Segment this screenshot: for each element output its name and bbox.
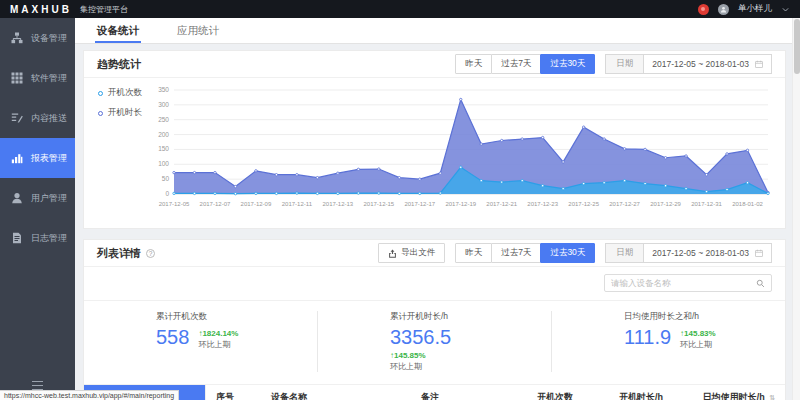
brand-subtitle: 集控管理平台 — [80, 4, 128, 15]
column-header-2: 备注 — [411, 391, 495, 400]
stat-note: 环比上期 — [390, 361, 426, 372]
stat-card-1: 累计开机时长/h3356.5↑145.85%环比上期 — [317, 311, 551, 372]
up-arrow-icon: ↑ — [680, 329, 684, 338]
stats-row: 累计开机次数558↑1824.14%环比上期累计开机时长/h3356.5↑145… — [84, 301, 785, 384]
svg-text:2018-01-02: 2018-01-02 — [732, 201, 763, 207]
column-header-3: 开机次数 — [495, 391, 583, 400]
svg-text:350: 350 — [158, 86, 169, 93]
stat-card-2: 日均使用时长之和/h111.9↑145.83%环比上期 — [551, 311, 785, 372]
trend-panel-title: 趋势统计 — [97, 57, 141, 72]
list-filter-2[interactable]: 过去30天 — [540, 243, 595, 263]
up-arrow-icon: ↑ — [198, 329, 202, 338]
svg-text:100: 100 — [158, 160, 169, 167]
stat-label: 累计开机次数 — [156, 311, 317, 323]
trend-filter-1[interactable]: 过去7天 — [491, 54, 541, 74]
sidebar-item-3[interactable]: 报表管理 — [0, 138, 75, 178]
trend-date-group: 日期 2017-12-05 ~ 2018-01-03 — [605, 54, 772, 74]
svg-text:2017-12-27: 2017-12-27 — [609, 201, 640, 207]
chevron-down-icon[interactable] — [781, 5, 790, 14]
software-icon — [11, 72, 23, 84]
sidebar-item-1[interactable]: 软件管理 — [0, 58, 75, 98]
sidebar: 设备管理软件管理内容推送报表管理用户管理日志管理 — [0, 18, 75, 400]
sidebar-item-label: 软件管理 — [31, 72, 67, 85]
trend-panel-header: 趋势统计 昨天过去7天过去30天 日期 2017-12-05 ~ 2018-01… — [84, 51, 785, 78]
svg-text:0: 0 — [165, 190, 169, 197]
svg-text:2017-12-29: 2017-12-29 — [650, 201, 681, 207]
logs-icon — [11, 232, 23, 244]
trend-filter-group: 昨天过去7天过去30天 — [455, 54, 595, 74]
export-button[interactable]: 导出文件 — [378, 243, 445, 263]
list-panel: 列表详情 ? 导出文件 昨天过去7天过去30天 日期 2017-12-05 ~ … — [83, 239, 786, 400]
table-area: 全部分组第二产业园 序号设备名称备注开机次数开机时长/h日均使用时长/h ⇅ 1… — [84, 384, 785, 400]
sidebar-item-2[interactable]: 内容推送 — [0, 98, 75, 138]
sort-icon[interactable]: ⇅ — [769, 394, 775, 400]
notification-badge-icon[interactable] — [698, 4, 709, 15]
device-table: 序号设备名称备注开机次数开机时长/h日均使用时长/h ⇅ 1明珠-218-285… — [206, 385, 785, 400]
devices-icon — [11, 32, 23, 44]
topbar-right: 单小样儿 — [698, 3, 790, 15]
stat-delta: ↑1824.14% — [198, 329, 238, 338]
status-url: https://mhcc-web.test.maxhub.vip/app/#/m… — [0, 390, 179, 400]
trend-date-range-input[interactable]: 2017-12-05 ~ 2018-01-03 — [644, 54, 772, 74]
column-header-4: 开机时长/h — [583, 391, 673, 400]
tab-1[interactable]: 应用统计 — [177, 18, 219, 43]
stat-value: 3356.5 — [390, 327, 451, 347]
column-header-5[interactable]: 日均使用时长/h ⇅ — [673, 391, 785, 400]
svg-text:300: 300 — [158, 101, 169, 108]
svg-text:250: 250 — [158, 116, 169, 123]
svg-text:2017-12-05: 2017-12-05 — [159, 201, 190, 207]
svg-text:2017-12-19: 2017-12-19 — [445, 201, 476, 207]
page: MAXHUB 集控管理平台 单小样儿 设备管理软件管理内容推送报表管理用户管理日… — [0, 0, 800, 400]
stat-delta: ↑145.83% — [680, 329, 716, 338]
avatar[interactable] — [718, 4, 729, 15]
svg-text:2017-12-21: 2017-12-21 — [486, 201, 517, 207]
stat-note: 环比上期 — [198, 339, 238, 350]
content: 趋势统计 昨天过去7天过去30天 日期 2017-12-05 ~ 2018-01… — [75, 44, 792, 400]
column-header-0: 序号 — [206, 391, 261, 400]
search-icon[interactable] — [756, 279, 765, 288]
list-panel-title: 列表详情 ? — [97, 246, 155, 261]
export-icon — [388, 249, 397, 258]
sidebar-item-label: 设备管理 — [31, 32, 67, 45]
topbar: MAXHUB 集控管理平台 单小样儿 — [0, 0, 800, 18]
scrollbar-thumb[interactable] — [794, 19, 800, 74]
search-input[interactable] — [611, 278, 756, 288]
sidebar-item-0[interactable]: 设备管理 — [0, 18, 75, 58]
trend-controls: 昨天过去7天过去30天 日期 2017-12-05 ~ 2018-01-03 — [455, 54, 772, 74]
calendar-icon — [755, 249, 763, 257]
list-date-label: 日期 — [605, 243, 644, 263]
svg-text:150: 150 — [158, 145, 169, 152]
svg-text:50: 50 — [162, 175, 170, 182]
search-row — [84, 267, 785, 301]
list-filter-0[interactable]: 昨天 — [455, 243, 492, 263]
column-header-1: 设备名称 — [261, 391, 411, 400]
trend-chart: 开机次数开机时长 0501001502002503003502017-12-05… — [84, 78, 785, 228]
sidebar-item-label: 用户管理 — [31, 192, 67, 205]
list-panel-header: 列表详情 ? 导出文件 昨天过去7天过去30天 日期 2017-12-05 ~ … — [84, 240, 785, 267]
up-arrow-icon: ↑ — [390, 351, 394, 360]
report-icon — [11, 152, 23, 164]
sidebar-item-4[interactable]: 用户管理 — [0, 178, 75, 218]
trend-filter-2[interactable]: 过去30天 — [540, 54, 595, 74]
list-filter-group: 昨天过去7天过去30天 — [455, 243, 595, 263]
trend-panel: 趋势统计 昨天过去7天过去30天 日期 2017-12-05 ~ 2018-01… — [83, 50, 786, 229]
svg-text:2017-12-15: 2017-12-15 — [363, 201, 394, 207]
legend-marker-icon — [98, 91, 103, 96]
help-icon[interactable]: ? — [146, 249, 155, 258]
content-push-icon — [11, 112, 23, 124]
trend-filter-0[interactable]: 昨天 — [455, 54, 492, 74]
stat-label: 日均使用时长之和/h — [624, 311, 785, 323]
stat-value: 111.9 — [624, 327, 671, 347]
calendar-icon — [755, 60, 763, 68]
sidebar-item-5[interactable]: 日志管理 — [0, 218, 75, 258]
tab-0[interactable]: 设备统计 — [97, 18, 139, 43]
list-filter-1[interactable]: 过去7天 — [491, 243, 541, 263]
username[interactable]: 单小样儿 — [738, 3, 772, 15]
svg-text:2017-12-09: 2017-12-09 — [241, 201, 272, 207]
svg-text:200: 200 — [158, 131, 169, 138]
svg-text:2017-12-31: 2017-12-31 — [691, 201, 722, 207]
list-date-group: 日期 2017-12-05 ~ 2018-01-03 — [605, 243, 772, 263]
svg-text:2017-12-23: 2017-12-23 — [527, 201, 558, 207]
list-date-range-input[interactable]: 2017-12-05 ~ 2018-01-03 — [644, 243, 772, 263]
svg-text:2017-12-25: 2017-12-25 — [568, 201, 599, 207]
